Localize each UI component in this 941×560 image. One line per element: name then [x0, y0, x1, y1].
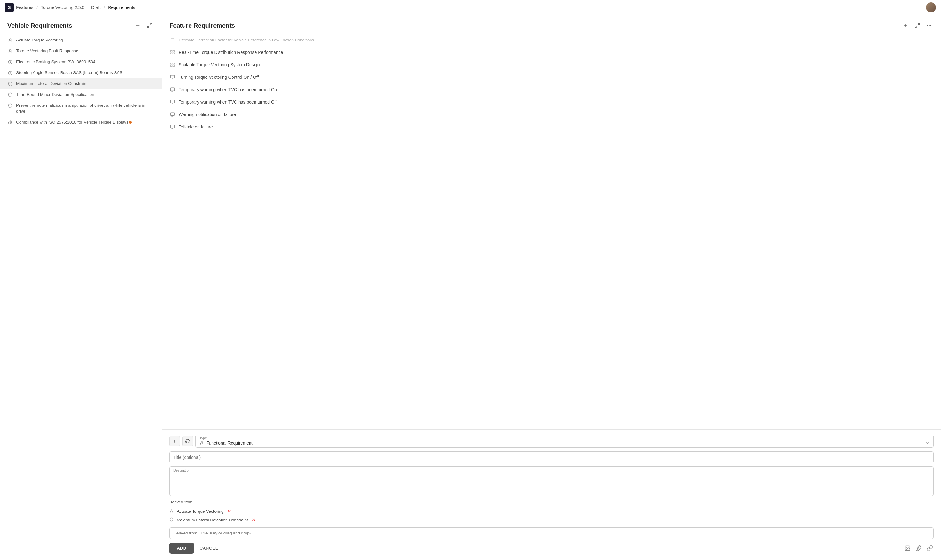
derived-tag: Maximum Lateral Deviation Constraint ✕ [169, 515, 933, 524]
svg-line-12 [915, 26, 917, 28]
top-navigation: S Features / Torque Vectoring 2.5.0 — Dr… [0, 0, 941, 15]
nav-features[interactable]: Features [16, 5, 33, 10]
derived-tag: Actuate Torque Vectoring ✕ [169, 507, 933, 515]
svg-rect-27 [170, 75, 174, 78]
list-item[interactable]: Temporary warning when TVC has been turn… [169, 83, 933, 96]
text-icon [169, 37, 176, 43]
item-label: Maximum Lateral Deviation Constraint [16, 81, 154, 87]
list-item[interactable]: Estimate Correction Factor for Vehicle R… [169, 34, 933, 46]
monitor-icon [169, 99, 176, 105]
user-avatar[interactable] [926, 3, 936, 12]
nav-current: Requirements [108, 5, 135, 10]
list-item[interactable]: Actuate Torque Vectoring [0, 35, 162, 46]
list-item[interactable]: Electronic Braking System: BWI 36001534 [0, 57, 162, 68]
list-item[interactable]: Warning notification on failure [169, 108, 933, 121]
item-label: Compliance with ISO 2575:2010 for Vehicl… [16, 120, 154, 125]
person-icon [8, 38, 13, 43]
monitor-icon [169, 86, 176, 93]
remove-derived-tag-button[interactable]: ✕ [252, 517, 256, 522]
right-panel-title: Feature Requirements [169, 22, 898, 29]
list-item[interactable]: Temporary warning when TVC has been turn… [169, 96, 933, 108]
svg-line-11 [918, 23, 919, 25]
image-icon[interactable] [904, 545, 911, 552]
right-panel: Feature Requirements [162, 15, 941, 560]
svg-rect-26 [171, 65, 172, 66]
monitor-icon [169, 124, 176, 130]
item-label: Steering Angle Sensor: Bosch SAS (Interi… [16, 70, 154, 76]
form-actions: ADD CANCEL [169, 543, 933, 554]
item-label: Turning Torque Vectoring Control On / Of… [179, 75, 259, 80]
notification-dot [129, 121, 132, 123]
shield-icon [8, 92, 13, 98]
svg-rect-23 [171, 63, 172, 65]
right-panel-more-button[interactable] [925, 21, 933, 30]
list-item[interactable]: Torque Vectoring Fault Response [0, 46, 162, 57]
person-icon [8, 49, 13, 54]
svg-point-5 [9, 49, 11, 51]
left-panel-expand-button[interactable] [145, 21, 154, 30]
svg-point-45 [171, 509, 172, 511]
link-icon[interactable] [926, 545, 933, 552]
derived-from-input[interactable] [169, 527, 933, 539]
app-logo: S [5, 3, 14, 12]
grid-icon [169, 49, 176, 55]
svg-rect-33 [170, 100, 174, 103]
derived-tag-label: Actuate Torque Vectoring [177, 509, 224, 514]
svg-point-13 [927, 25, 928, 26]
add-type-button[interactable] [169, 436, 180, 446]
list-item[interactable]: Scalable Torque Vectoring System Design [169, 58, 933, 71]
item-label: Tell-tale on failure [179, 125, 213, 129]
shield-icon [8, 103, 13, 109]
monitor-icon [169, 111, 176, 118]
breadcrumb-sep-2: / [104, 5, 105, 10]
add-requirement-form: Type Functional Requirement [162, 429, 941, 560]
svg-rect-36 [170, 112, 174, 115]
svg-rect-24 [173, 63, 174, 65]
left-panel-header: Vehicle Requirements [0, 15, 162, 34]
list-item[interactable]: Steering Angle Sensor: Bosch SAS (Interi… [0, 68, 162, 78]
scales-icon [8, 120, 13, 125]
refresh-type-button[interactable] [182, 436, 193, 446]
list-item[interactable]: Prevent remote malicious manipulation of… [0, 100, 162, 117]
list-item[interactable]: Tell-tale on failure [169, 121, 933, 133]
svg-point-15 [930, 25, 931, 26]
cancel-button[interactable]: CANCEL [197, 543, 220, 554]
description-wrapper: Description ​ [169, 466, 933, 496]
add-button[interactable]: ADD [169, 543, 194, 554]
list-item[interactable]: Turning Torque Vectoring Control On / Of… [169, 71, 933, 83]
attachment-icon[interactable] [915, 545, 923, 552]
svg-rect-25 [173, 65, 174, 66]
remove-derived-tag-button[interactable]: ✕ [228, 509, 231, 514]
shield-icon [169, 517, 174, 522]
derived-tag-label: Maximum Lateral Deviation Constraint [177, 518, 248, 522]
item-label: Real-Time Torque Distribution Response P… [179, 50, 283, 55]
list-item[interactable]: Compliance with ISO 2575:2010 for Vehicl… [0, 117, 162, 128]
svg-line-2 [150, 23, 152, 25]
type-select-value[interactable]: Functional Requirement [199, 437, 929, 446]
item-label: Warning notification on failure [179, 112, 236, 117]
right-panel-expand-button[interactable] [913, 21, 922, 30]
form-actions-right [904, 545, 933, 552]
svg-rect-39 [170, 125, 174, 128]
description-input[interactable]: ​ [169, 467, 933, 495]
list-item[interactable]: Real-Time Torque Distribution Response P… [169, 46, 933, 58]
type-select[interactable]: Type Functional Requirement [196, 435, 933, 448]
description-label: Description [173, 469, 191, 472]
shield-icon [8, 81, 13, 87]
title-input[interactable] [169, 451, 933, 463]
nav-draft[interactable]: Torque Vectoring 2.5.0 — Draft [41, 5, 100, 10]
item-label: Torque Vectoring Fault Response [16, 48, 154, 54]
svg-rect-21 [173, 52, 174, 54]
derived-from-section: Derived from: Actuate Torque Vectoring ✕ [169, 500, 933, 524]
item-label: Actuate Torque Vectoring [16, 37, 154, 43]
svg-point-47 [906, 547, 907, 548]
right-panel-add-button[interactable] [901, 21, 910, 30]
left-panel-add-button[interactable] [134, 21, 142, 30]
derived-from-label: Derived from: [169, 500, 933, 504]
list-item[interactable]: Time-Bound Minor Deviation Specification [0, 89, 162, 100]
list-item-active[interactable]: Maximum Lateral Deviation Constraint [0, 78, 162, 89]
clock-icon [8, 70, 13, 76]
svg-rect-20 [173, 51, 174, 52]
item-label: Temporary warning when TVC has been turn… [179, 100, 277, 105]
svg-rect-30 [170, 88, 174, 91]
